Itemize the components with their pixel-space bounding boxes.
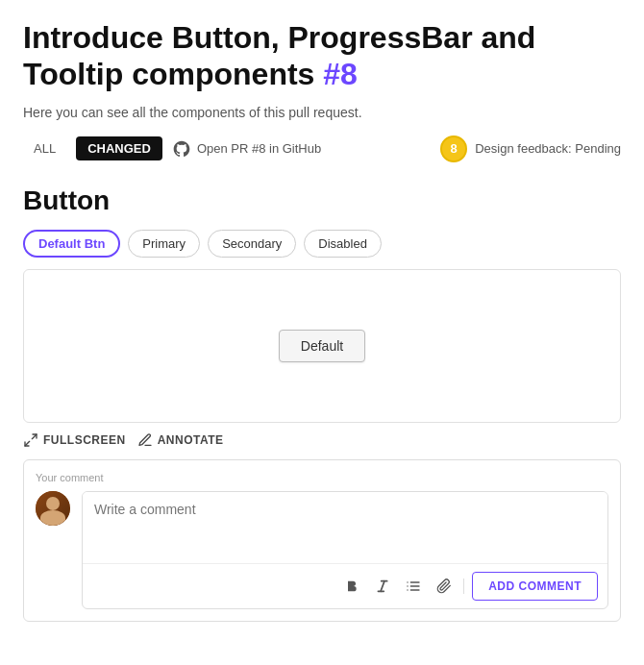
feedback-avatar: 8 <box>440 135 467 162</box>
action-divider <box>463 579 464 594</box>
variant-tab-secondary[interactable]: Secondary <box>208 230 296 258</box>
annotate-icon <box>137 432 153 448</box>
title-text: Introduce Button, ProgressBar and Toolti… <box>23 20 535 91</box>
annotate-tool[interactable]: ANNOTATE <box>137 432 224 448</box>
fullscreen-icon <box>23 432 38 448</box>
italic-button[interactable] <box>371 577 394 596</box>
attach-button[interactable] <box>433 577 456 596</box>
component-preview: Default <box>23 269 621 423</box>
tab-changed[interactable]: CHANGED <box>76 136 162 160</box>
comment-row: ADD COMMENT <box>36 491 608 609</box>
annotate-label: ANNOTATE <box>158 433 224 447</box>
fullscreen-label: FULLSCREEN <box>43 433 126 447</box>
bold-icon <box>344 579 359 594</box>
comment-actions: ADD COMMENT <box>83 563 607 608</box>
comment-label: Your comment <box>36 472 608 483</box>
page-title: Introduce Button, ProgressBar and Toolti… <box>23 19 621 93</box>
variant-tab-default[interactable]: Default Btn <box>23 230 120 258</box>
preview-default-button[interactable]: Default <box>279 330 365 362</box>
svg-line-1 <box>25 441 30 446</box>
design-feedback-label: Design feedback: Pending <box>475 141 621 156</box>
github-icon <box>172 139 191 159</box>
preview-toolbar: FULLSCREEN ANNOTATE <box>23 423 621 459</box>
variant-tabs: Default Btn Primary Secondary Disabled <box>23 230 621 258</box>
svg-line-0 <box>32 434 37 439</box>
github-link[interactable]: Open PR #8 in GitHub <box>172 139 321 159</box>
list-icon <box>406 579 421 594</box>
filter-toolbar: ALL CHANGED Open PR #8 in GitHub 8 Desig… <box>23 135 621 162</box>
italic-icon <box>375 579 390 594</box>
attach-icon <box>436 579 452 594</box>
github-link-text: Open PR #8 in GitHub <box>197 141 321 156</box>
comment-input-wrap: ADD COMMENT <box>82 491 608 609</box>
fullscreen-tool[interactable]: FULLSCREEN <box>23 432 126 448</box>
bold-button[interactable] <box>340 577 363 596</box>
pr-number: #8 <box>323 57 358 91</box>
tab-all[interactable]: ALL <box>23 135 66 161</box>
design-feedback: 8 Design feedback: Pending <box>440 135 621 162</box>
comment-section: Your comment <box>23 459 621 622</box>
variant-tab-disabled[interactable]: Disabled <box>304 230 382 258</box>
comment-textarea[interactable] <box>83 492 607 559</box>
user-avatar <box>36 491 70 526</box>
list-button[interactable] <box>402 577 425 596</box>
add-comment-button[interactable]: ADD COMMENT <box>472 572 598 601</box>
section-title-button: Button <box>23 185 621 216</box>
avatar-image <box>36 491 70 526</box>
svg-line-4 <box>381 580 384 591</box>
page-subtitle: Here you can see all the components of t… <box>23 105 621 120</box>
variant-tab-primary[interactable]: Primary <box>128 230 200 258</box>
